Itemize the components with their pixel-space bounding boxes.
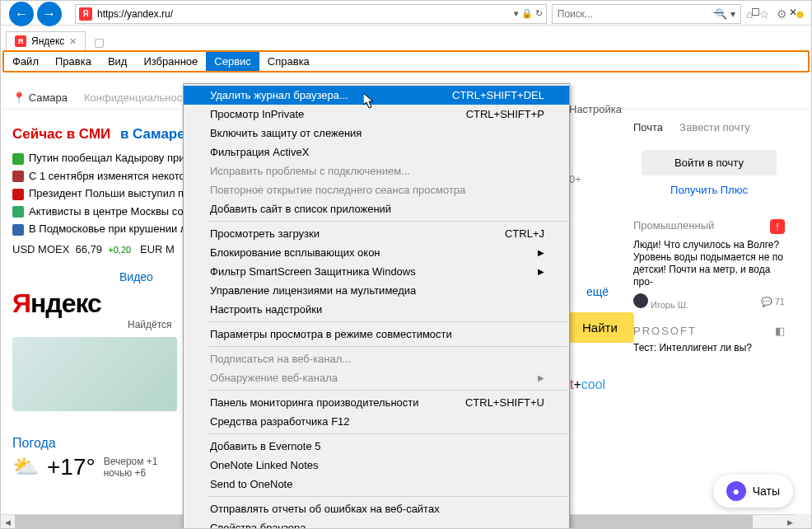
menu-separator [208, 221, 567, 222]
menu-item[interactable]: Включить защиту от слежения [184, 124, 569, 143]
confidential-label: Конфиденциальность [84, 91, 193, 104]
get-plus-link[interactable]: Получить Плюс [642, 184, 777, 196]
menubar-item-правка[interactable]: Правка [47, 52, 100, 71]
menu-item[interactable]: Параметры просмотра в режиме совместимос… [184, 325, 569, 344]
card-category: Промышленный [633, 219, 714, 234]
menu-item: Повторное открытие последнего сеанса про… [184, 180, 569, 199]
window-minimize[interactable]: — [700, 1, 737, 24]
menu-item[interactable]: Просмотр InPrivateCTRL+SHIFT+P [184, 105, 569, 124]
menubar-item-избранное[interactable]: Избранное [135, 52, 206, 71]
menubar-item-файл[interactable]: Файл [4, 52, 47, 71]
menu-item[interactable]: Средства разработчика F12 [184, 412, 569, 431]
chat-icon: ● [726, 481, 746, 501]
menubar-item-справка[interactable]: Справка [259, 52, 318, 71]
weather-desc: Вечером +1 ночью +6 [104, 456, 158, 479]
card-comments: 💬 71 [761, 297, 785, 307]
menu-separator [208, 433, 567, 434]
address-bar[interactable]: Я ▾ 🔒 ↻ [75, 4, 547, 24]
menu-item[interactable]: OneNote Linked Notes [184, 456, 569, 475]
menu-item[interactable]: Панель мониторинга производительностиCTR… [184, 393, 569, 412]
card-text: Люди! Что случилось на Волге? Уровень во… [633, 239, 785, 288]
scroll-right-button[interactable]: ▶ [783, 515, 797, 529]
scroll-left-button[interactable]: ◀ [1, 515, 15, 529]
mail-create-tab[interactable]: Завести почту [679, 121, 750, 133]
smi-region-link[interactable]: в Самаре [120, 126, 185, 142]
tab-title: Яндекс [31, 35, 64, 47]
card-badge-icon: ! [770, 219, 785, 234]
tools-dropdown-menu: Удалить журнал браузера...CTRL+SHIFT+DEL… [183, 83, 570, 529]
menubar-item-сервис[interactable]: Сервис [206, 52, 259, 71]
more-link[interactable]: ещё [586, 285, 609, 298]
window-maximize[interactable]: ☐ [737, 1, 774, 24]
mail-login-button[interactable]: Войти в почту [642, 150, 777, 176]
menu-item[interactable]: Удалить журнал браузера...CTRL+SHIFT+DEL [184, 86, 569, 105]
browser-tab[interactable]: Я Яндекс ✕ [6, 31, 86, 50]
menu-item[interactable]: Добавить сайт в список приложений [184, 199, 569, 218]
weather-temp: +17° [47, 454, 96, 480]
menu-item[interactable]: Управление лицензиями на мультимедиа [184, 281, 569, 300]
ad-image [12, 337, 177, 411]
tab-close-icon[interactable]: ✕ [69, 36, 77, 47]
menu-item: Исправить проблемы с подключением... [184, 162, 569, 180]
site-icon: Я [79, 7, 92, 21]
video-link[interactable]: Видео [119, 270, 153, 283]
menubar: ФайлПравкаВидИзбранноеСервисСправка [4, 52, 808, 71]
menu-separator [208, 321, 567, 322]
scrollbar-corner [797, 514, 811, 528]
menu-separator [208, 346, 567, 347]
smi-heading[interactable]: Сейчас в СМИ [12, 126, 110, 142]
menu-item[interactable]: Send to OneNote [184, 475, 569, 494]
card-author: Игорь Ш. [651, 300, 688, 310]
menu-item: Обнаружение веб-канала▶ [184, 368, 569, 387]
menu-item[interactable]: Фильтрация ActiveX [184, 143, 569, 162]
prosoft-title: PROSOFT [633, 325, 697, 337]
nav-back-button[interactable]: ← [9, 2, 34, 26]
menu-item[interactable]: Добавить в Evernote 5 [184, 437, 569, 456]
menu-item[interactable]: Настроить надстройки [184, 300, 569, 319]
menu-item[interactable]: Просмотреть загрузкиCTRL+J [184, 224, 569, 243]
mail-tab[interactable]: Почта [633, 121, 663, 133]
chat-label: Чаты [753, 485, 780, 498]
city-link[interactable]: 📍 Самара [12, 91, 68, 104]
search-submit-button[interactable]: Найти [566, 312, 634, 343]
menu-item[interactable]: Блокирование всплывающих окон▶ [184, 243, 569, 262]
tab-favicon: Я [15, 35, 26, 47]
menu-item[interactable]: Свойства браузера [184, 518, 569, 529]
menu-separator [208, 390, 567, 391]
menu-item: Подписаться на веб-канал... [184, 349, 569, 368]
window-close[interactable]: ✕ [774, 1, 811, 24]
settings-link[interactable]: Настройка [569, 103, 622, 115]
avatar [633, 293, 648, 308]
menu-item[interactable]: Отправлять отчеты об ошибках на веб-сайт… [184, 499, 569, 518]
menu-separator [208, 496, 567, 497]
menu-item[interactable]: Фильтр SmartScreen Защитника Windows▶ [184, 262, 569, 281]
addr-controls: ▾ 🔒 ↻ [514, 8, 543, 19]
prosoft-icon: ◧ [775, 325, 785, 337]
new-tab-button[interactable]: ▢ [91, 34, 107, 50]
weather-icon: ⛅ [12, 454, 39, 480]
nav-forward-button[interactable]: → [37, 2, 62, 26]
menubar-item-вид[interactable]: Вид [100, 52, 136, 71]
chat-button[interactable]: ● Чаты [713, 475, 793, 508]
hotcool-label: t+cool [570, 377, 605, 392]
prosoft-text[interactable]: Тест: Интеллигент ли вы? [633, 342, 785, 354]
search-input[interactable] [558, 8, 716, 20]
address-input[interactable] [97, 8, 514, 20]
